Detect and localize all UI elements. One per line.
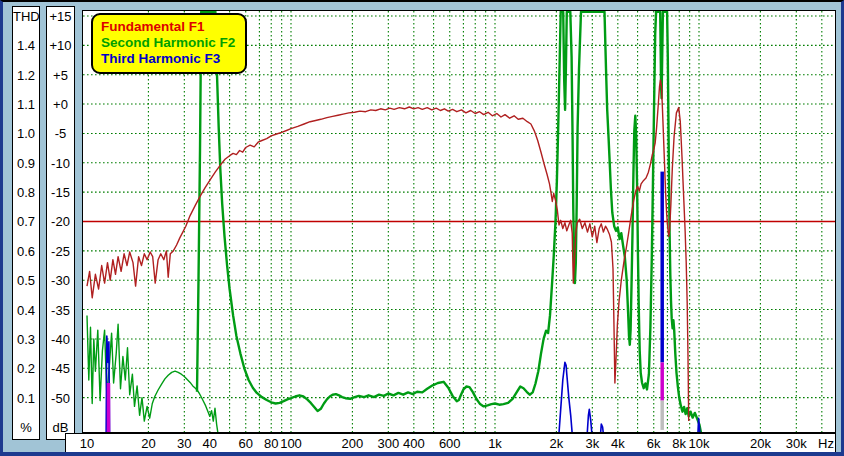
thd-scale-label: %	[13, 421, 39, 434]
freq-tick-label: 30k	[786, 437, 807, 451]
db-scale: +15+10+5+0-5-10-15-20-25-30-35-40-45-50d…	[46, 6, 75, 440]
freq-tick-label: 1k	[488, 437, 502, 451]
third-harmonic-f3-curve	[559, 362, 573, 432]
legend-item-fundamental: Fundamental F1	[101, 19, 235, 35]
freq-tick-label: 8k	[672, 437, 686, 451]
legend-item-third-harmonic: Third Harmonic F3	[101, 51, 235, 67]
db-scale-label: +10	[47, 39, 74, 52]
third-harmonic-f3-curve	[587, 409, 592, 432]
freq-tick-label: 30	[177, 437, 191, 451]
freq-tick-label: 3k	[585, 437, 599, 451]
db-scale-label: -10	[47, 157, 74, 170]
thd-scale-label: 1.2	[13, 69, 39, 82]
db-scale-label: -20	[47, 215, 74, 228]
legend: Fundamental F1 Second Harmonic F2 Third …	[91, 13, 247, 74]
thd-scale-label: THD	[13, 10, 39, 23]
db-scale-label: -25	[47, 245, 74, 258]
thd-scale-label: 0.2	[13, 362, 39, 375]
freq-tick-label: 80	[264, 437, 278, 451]
freq-tick-label: 10	[80, 437, 94, 451]
thd-scale-label: 0.1	[13, 392, 39, 405]
db-scale-label: -35	[47, 304, 74, 317]
db-scale-label: -5	[47, 127, 74, 140]
thd-scale-label: 0.6	[13, 245, 39, 258]
freq-tick-label: 6k	[647, 437, 661, 451]
third-harmonic-f3-curve	[698, 418, 701, 432]
freq-tick-label: 10k	[689, 437, 710, 451]
thd-percent-scale: THD1.41.21.11.00.90.80.70.60.50.40.30.20…	[12, 6, 40, 440]
freq-tick-label: 200	[342, 437, 364, 451]
frequency-axis: 1020304060801002003004006001k2k3k4k6k8k1…	[65, 433, 836, 454]
thd-scale-label: 1.0	[13, 127, 39, 140]
freq-tick-label: 400	[403, 437, 425, 451]
freq-tick-label: 600	[439, 437, 461, 451]
freq-tick-label: 300	[377, 437, 399, 451]
db-scale-label: +5	[47, 69, 74, 82]
thd-scale-label: 0.3	[13, 333, 39, 346]
freq-tick-label: 4k	[611, 437, 625, 451]
freq-unit-label: Hz	[818, 437, 834, 451]
thd-scale-label: 1.4	[13, 39, 39, 52]
db-scale-label: -45	[47, 362, 74, 375]
thd-scale-label: 0.5	[13, 274, 39, 287]
thd-scale-label: 0.7	[13, 215, 39, 228]
legend-item-second-harmonic: Second Harmonic F2	[101, 35, 235, 51]
freq-tick-label: 60	[239, 437, 253, 451]
db-scale-label: -50	[47, 392, 74, 405]
thd-scale-label: 0.4	[13, 304, 39, 317]
thd-scale-label: 1.1	[13, 98, 39, 111]
chart-canvas	[83, 11, 835, 432]
db-scale-label: -15	[47, 186, 74, 199]
freq-tick-label: 20	[141, 437, 155, 451]
db-scale-label: -40	[47, 333, 74, 346]
db-scale-label: +15	[47, 10, 74, 23]
thd-scale-label: 0.8	[13, 186, 39, 199]
thd-scale-label: 0.9	[13, 157, 39, 170]
third-harmonic-f3-curve	[600, 424, 604, 432]
freq-tick-label: 20k	[750, 437, 771, 451]
thd-analyzer-panel: THD1.41.21.11.00.90.80.70.60.50.40.30.20…	[0, 0, 844, 456]
db-scale-label: -30	[47, 274, 74, 287]
db-scale-label: +0	[47, 98, 74, 111]
freq-tick-label: 40	[203, 437, 217, 451]
freq-tick-label: 100	[280, 437, 302, 451]
freq-tick-label: 2k	[550, 437, 564, 451]
